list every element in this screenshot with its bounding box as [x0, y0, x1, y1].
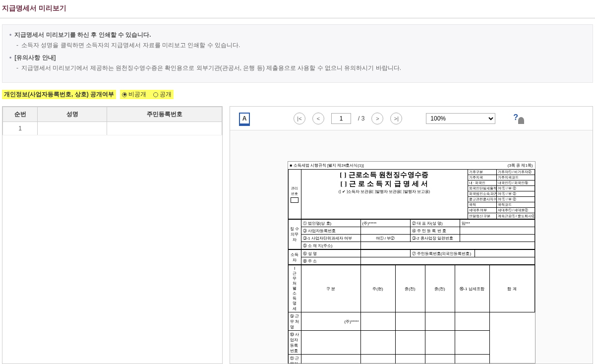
radio-icon: [153, 92, 158, 97]
page-total: / 3: [358, 115, 364, 122]
doc-meta-row: 종교관련종사자 여부여 ① / 부 ②: [468, 197, 535, 202]
last-page-button[interactable]: >|: [390, 113, 402, 124]
info-line1: 지급명세서 미리보기를 하신 후 인쇄할 수 있습니다.: [9, 31, 586, 39]
doc-page-indicator: (3쪽 중 제1쪽): [508, 163, 533, 168]
document-viewer: A |< < / 3 > >| 100% ? 소득세법 시행규칙 [별지 제24: [230, 106, 593, 364]
doc-meta-row: 세대주 여부세대주① / 세대원②: [468, 208, 535, 213]
info-box: 지급명세서 미리보기를 하신 후 인쇄할 수 있습니다. 소득자 성명을 클릭하…: [2, 24, 593, 83]
doc-title-1: [ ] 근로소득 원천징수영수증: [302, 171, 467, 180]
earner-info-table: 소득자 ⑥ 성 명 ⑦ 주민등록번호(외국인등록번호) ⑧ 주 소: [288, 249, 535, 265]
earner-table: 순번 성명 주민등록번호 1: [2, 107, 222, 135]
obligor-table: 징 수 의무자 ① 법인명(상 호) (주)***** ② 대 표 자(성 명)…: [288, 219, 535, 249]
prev-page-button[interactable]: <: [312, 113, 324, 124]
work-row: ⑩ 사업자등록번호: [288, 331, 535, 355]
doc-subtitle: ([ ✔ ]소득자 보관용[ ]발행자 보관용[ ]발행자 보고용): [302, 189, 467, 194]
privacy-label: 개인정보(사업자등록번호, 상호) 공개여부: [2, 90, 116, 99]
doc-meta-row: 거주구분거주자① / 비거주자②: [468, 170, 535, 175]
doc-form-ref: 소득세법 시행규칙 [별지 제24호서식(1)]: [290, 163, 364, 168]
col-name: 성명: [38, 107, 107, 122]
help-icon[interactable]: ?: [513, 113, 524, 124]
doc-meta-row: 외국법인소속 파견근로자 여부여 ① / 부 ②: [468, 191, 535, 197]
doc-meta-row: 국적국적코드: [468, 202, 535, 208]
doc-title-2: [ ] 근 로 소 득 지 급 명 세 서: [302, 180, 467, 188]
work-income-table: Ⅰ 근 무 처 별 소 득 명 세 구 분 주(현) 종(전) 종(전) ⑯-1…: [288, 265, 535, 364]
radio-icon: [122, 92, 127, 97]
doc-meta-row: 연말정산 구분계속근로① / 중도퇴사②: [468, 213, 535, 219]
next-page-button[interactable]: >: [371, 113, 383, 124]
work-row: ⑪ 근무기간: [288, 355, 535, 364]
table-row[interactable]: 1: [3, 122, 222, 135]
doc-header-meta: 거주구분거주자① / 비거주자②거주지국거주지국코드내 · 외국인내국인① / …: [468, 169, 535, 219]
doc-control-number-box: 관리 번호: [289, 170, 301, 219]
info-notice-sub: 지급명세서 미리보기에서 제공하는 원천징수영수증은 확인용으로 외부기관(관공…: [16, 64, 586, 72]
obligor-side: 징 수 의무자: [288, 220, 301, 249]
work-side: Ⅰ 근 무 처 별 소 득 명 세: [288, 265, 301, 312]
page-title: 지급명세서 미리보기: [0, 0, 595, 18]
document-page: 소득세법 시행규칙 [별지 제24호서식(1)] (3쪽 중 제1쪽) 관리 번…: [288, 161, 536, 364]
info-line1-sub: 소득자 성명을 클릭하면 소득자의 지급명세서 자료를 미리보고 인쇄할 수 있…: [16, 41, 586, 50]
privacy-option-public[interactable]: 공개: [153, 90, 172, 99]
viewer-scroll[interactable]: 소득세법 시행규칙 [별지 제24호서식(1)] (3쪽 중 제1쪽) 관리 번…: [230, 130, 593, 364]
doc-meta-row: 거주지국거주지국코드: [468, 175, 535, 181]
col-no: 순번: [3, 107, 38, 122]
stamp-icon[interactable]: A: [239, 113, 250, 124]
viewer-toolbar: A |< < / 3 > >| 100% ?: [230, 107, 593, 130]
privacy-row: 개인정보(사업자등록번호, 상호) 공개여부 비공개 공개: [2, 90, 593, 99]
doc-meta-row: 외국인단일세율적용여 ① / 부 ②: [468, 186, 535, 191]
privacy-option-private[interactable]: 비공개: [122, 90, 146, 99]
work-row: ⑨ 근 무 처 명(주)*****: [288, 312, 535, 331]
first-page-button[interactable]: |<: [294, 113, 305, 124]
earner-side: 소득자: [288, 250, 301, 265]
earner-list-panel: 순번 성명 주민등록번호 1: [2, 106, 223, 364]
page-input[interactable]: [331, 113, 351, 124]
info-notice-title: [유의사항 안내]: [9, 54, 586, 62]
doc-meta-row: 내 · 외국인내국인① / 외국인⑨: [468, 181, 535, 186]
col-rrn: 주민등록번호: [107, 107, 222, 122]
zoom-select[interactable]: 100%: [426, 113, 495, 124]
